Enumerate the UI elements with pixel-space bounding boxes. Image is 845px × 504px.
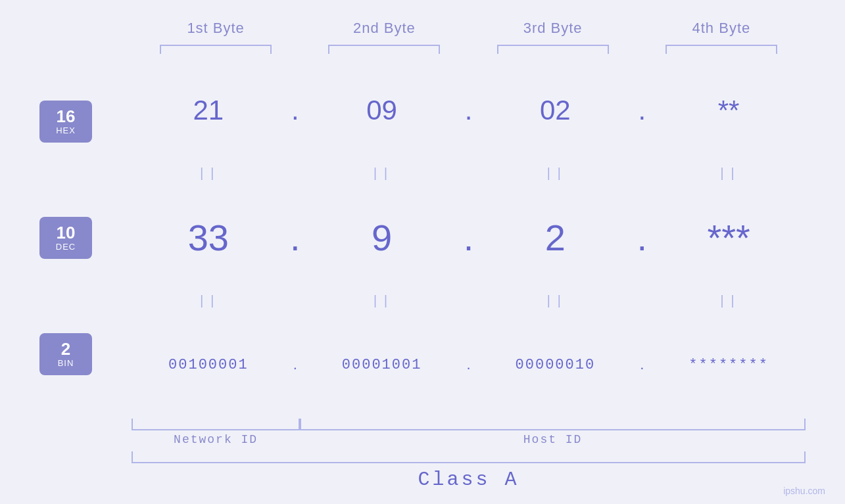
byte2-header: 2nd Byte: [300, 20, 468, 37]
network-bottom-bracket: [132, 419, 300, 430]
eq2-c4: ||: [652, 294, 806, 309]
bracket-cell-1: [132, 42, 300, 57]
class-label-row: Class A: [132, 469, 806, 491]
bin-b3-cell: 00000010: [479, 357, 633, 373]
bracket-cell-3: [469, 42, 637, 57]
byte3-header: 3rd Byte: [469, 20, 637, 37]
hex-b2-cell: 09: [305, 95, 459, 126]
equals-row-2: || || || ||: [132, 291, 806, 311]
byte4-header: 4th Byte: [637, 20, 806, 37]
data-columns: 21 . 09 . 02 . ** || ||: [132, 57, 806, 419]
host-bottom-bracket: [300, 419, 806, 430]
hex-b2-value: 09: [366, 95, 397, 126]
bin-dot3: .: [632, 356, 652, 373]
bottom-section: Network ID Host ID Class A: [39, 419, 806, 491]
byte-headers: 1st Byte 2nd Byte 3rd Byte 4th Byte: [39, 20, 806, 37]
dec-b1-value: 33: [188, 216, 229, 259]
hex-b4-cell: **: [652, 95, 806, 126]
bin-b4-value: ********: [688, 357, 769, 373]
dec-dot1: .: [285, 216, 305, 259]
hex-b1-cell: 21: [132, 95, 285, 126]
base-labels: 16 HEX 10 DEC 2 BIN: [39, 57, 132, 419]
outer-bottom-bracket: [132, 451, 806, 463]
eq2-c2: ||: [305, 294, 459, 309]
watermark: ipshu.com: [783, 486, 825, 496]
dec-number: 10: [57, 223, 76, 242]
bin-dot1: .: [285, 356, 305, 373]
dec-dot3: .: [632, 216, 652, 259]
bin-b4-cell: ********: [652, 357, 806, 373]
top-bracket-4: [665, 45, 777, 54]
dec-dot2: .: [459, 216, 479, 259]
bin-b1-cell: 00100001: [132, 357, 285, 373]
hex-b3-value: 02: [540, 95, 571, 126]
dec-b2-cell: 9: [305, 216, 459, 259]
bin-b3-value: 00000010: [516, 357, 596, 373]
hex-dot3: .: [632, 95, 652, 126]
dec-data-row: 33 . 9 . 2 . ***: [132, 184, 806, 292]
bin-data-row: 00100001 . 00001001 . 00000010 . *******…: [132, 311, 806, 419]
equals-row-1: || || || ||: [132, 164, 806, 184]
hex-data-row: 21 . 09 . 02 . **: [132, 57, 806, 164]
host-id-label: Host ID: [300, 433, 806, 446]
bin-b2-value: 00001001: [342, 357, 422, 373]
main-container: 1st Byte 2nd Byte 3rd Byte 4th Byte 16 H…: [0, 0, 845, 504]
class-label: Class A: [418, 469, 519, 491]
bracket-cell-2: [300, 42, 468, 57]
dec-b4-value: ***: [707, 216, 750, 259]
hex-number: 16: [57, 107, 76, 126]
bin-b2-cell: 00001001: [305, 357, 459, 373]
dec-b4-cell: ***: [652, 216, 806, 259]
hex-b1-value: 21: [193, 95, 224, 126]
dec-badge: 10 DEC: [39, 217, 92, 259]
bin-badge: 2 BIN: [39, 333, 92, 375]
hex-b3-cell: 02: [479, 95, 633, 126]
eq2-c3: ||: [479, 294, 633, 309]
eq1-c3: ||: [479, 166, 633, 181]
hex-b4-value: **: [718, 95, 740, 126]
top-brackets-row: [39, 42, 806, 57]
nh-labels: Network ID Host ID: [132, 433, 806, 446]
dec-b2-value: 9: [372, 216, 392, 259]
hex-dot2: .: [459, 95, 479, 126]
dec-b3-cell: 2: [479, 216, 633, 259]
byte1-header: 1st Byte: [132, 20, 300, 37]
dec-b3-value: 2: [545, 216, 566, 259]
top-bracket-1: [160, 45, 272, 54]
eq2-c1: ||: [132, 294, 285, 309]
eq1-c1: ||: [132, 166, 285, 181]
bin-b1-value: 00100001: [168, 357, 249, 373]
top-bracket-3: [497, 45, 609, 54]
dec-name: DEC: [56, 242, 76, 252]
bin-number: 2: [61, 340, 70, 359]
dec-b1-cell: 33: [132, 216, 285, 259]
nh-brackets: [132, 419, 806, 430]
eq1-c4: ||: [652, 166, 806, 181]
hex-badge: 16 HEX: [39, 101, 92, 143]
eq1-c2: ||: [305, 166, 459, 181]
top-bracket-2: [328, 45, 440, 54]
content-area: 16 HEX 10 DEC 2 BIN 21 . 09: [39, 57, 806, 419]
bin-name: BIN: [58, 358, 74, 368]
bracket-cell-4: [637, 42, 806, 57]
hex-dot1: .: [285, 95, 305, 126]
bin-dot2: .: [459, 356, 479, 373]
hex-name: HEX: [56, 126, 76, 135]
network-id-label: Network ID: [132, 433, 300, 446]
